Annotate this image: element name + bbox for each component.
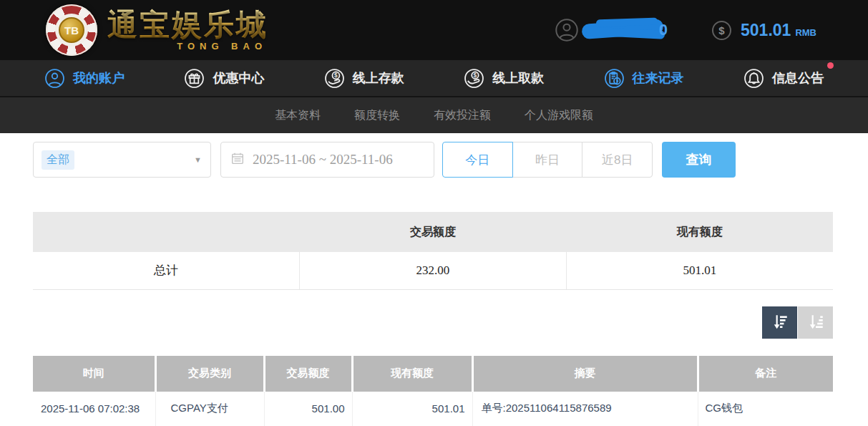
sub-nav: 基本资料 额度转换 有效投注额 个人游戏限额 — [0, 97, 868, 133]
record-summary: 单号:202511064115876589 — [472, 392, 698, 426]
record-type: CGPAY支付 — [155, 392, 264, 426]
chevron-down-icon: ▼ — [194, 155, 202, 164]
chip-label: TB — [59, 17, 84, 43]
casino-chip-icon: TB — [46, 4, 97, 56]
nav-label: 我的账户 — [73, 69, 125, 87]
nav-label: 线上存款 — [353, 69, 404, 87]
summary-header-blank — [33, 212, 300, 252]
summary-transaction-amount: 232.00 — [300, 252, 567, 289]
date-range-input[interactable]: 2025-11-06 ~ 2025-11-06 — [220, 142, 434, 178]
subnav-item-valid-bets[interactable]: 有效投注额 — [434, 108, 491, 123]
sort-descending-button[interactable] — [762, 306, 797, 339]
nav-item-announcements[interactable]: 信息公告 — [743, 68, 824, 89]
user-account-area[interactable]: 0 — [555, 18, 668, 42]
nav-item-deposit[interactable]: $ 线上存款 — [324, 68, 404, 89]
brand-title-en: TONG BAO — [177, 41, 267, 52]
nav-item-records[interactable]: 往来记录 — [604, 68, 684, 89]
content: 全部 ▼ 2025-11-06 ~ 2025-11-06 今日 昨日 近8日 查 — [0, 133, 868, 426]
dollar-icon: $ — [712, 21, 731, 40]
range-button-yesterday[interactable]: 昨日 — [512, 142, 583, 178]
nav-label: 线上取款 — [492, 69, 544, 87]
date-range-value: 2025-11-06 ~ 2025-11-06 — [253, 152, 393, 168]
gift-icon — [184, 68, 205, 89]
table-row: 2025-11-06 07:02:38 CGPAY支付 501.00 501.0… — [33, 392, 833, 426]
column-header-type[interactable]: 交易类别 — [155, 356, 264, 392]
calendar-icon — [231, 152, 244, 168]
quick-range-group: 今日 昨日 近8日 — [442, 142, 653, 178]
bell-icon — [743, 68, 764, 89]
withdraw-icon: $ — [464, 68, 484, 89]
column-header-time[interactable]: 时间 — [33, 356, 155, 392]
column-header-balance[interactable]: 现有额度 — [352, 356, 472, 392]
records-table: 时间 交易类别 交易额度 现有额度 摘要 备注 2025-11-06 07:02… — [33, 356, 833, 426]
sort-controls — [33, 306, 833, 339]
username-visible-tail: 0 — [659, 21, 668, 39]
query-button[interactable]: 查询 — [662, 142, 736, 178]
summary-total-row: 总计 232.00 501.01 — [33, 252, 833, 289]
top-header: TB 通宝娱乐城 TONG BAO 0 $ 501.01 RMB — [0, 0, 868, 60]
site-logo[interactable]: TB 通宝娱乐城 TONG BAO — [46, 4, 268, 56]
user-avatar-icon — [555, 18, 579, 42]
balance-currency: RMB — [795, 23, 816, 38]
subnav-item-game-limits[interactable]: 个人游戏限额 — [525, 108, 593, 123]
main-nav: 我的账户 优惠中心 $ 线上存款 — [0, 60, 868, 97]
sort-descending-icon — [771, 312, 789, 333]
summary-header-current-balance: 现有额度 — [566, 212, 833, 252]
column-header-summary[interactable]: 摘要 — [472, 356, 698, 392]
sort-ascending-button[interactable] — [798, 306, 833, 339]
balance-amount: 501.01 — [741, 21, 791, 40]
nav-item-promotions[interactable]: 优惠中心 — [184, 68, 264, 89]
range-button-last8days[interactable]: 近8日 — [582, 142, 653, 178]
summary-header-transaction-amount: 交易额度 — [300, 212, 567, 252]
summary-total-label: 总计 — [33, 252, 300, 289]
record-balance: 501.01 — [352, 392, 472, 426]
column-header-note[interactable]: 备注 — [698, 356, 833, 392]
summary-current-balance: 501.01 — [566, 252, 833, 289]
column-header-amount[interactable]: 交易额度 — [264, 356, 352, 392]
user-icon — [44, 68, 65, 89]
svg-text:$: $ — [334, 72, 338, 79]
record-note: CG钱包 — [698, 392, 833, 426]
nav-label: 信息公告 — [772, 69, 824, 87]
records-icon — [604, 68, 625, 89]
sort-ascending-icon — [806, 312, 825, 333]
range-button-today[interactable]: 今日 — [442, 142, 513, 178]
deposit-icon: $ — [324, 68, 345, 89]
nav-item-my-account[interactable]: 我的账户 — [44, 68, 125, 89]
summary-table: 交易额度 现有额度 总计 232.00 501.01 — [33, 212, 833, 290]
brand-title-cn: 通宝娱乐城 — [107, 9, 268, 42]
nav-label: 优惠中心 — [213, 69, 264, 87]
balance-area[interactable]: $ 501.01 RMB — [712, 21, 816, 40]
svg-text:$: $ — [474, 72, 477, 79]
record-time: 2025-11-06 07:02:38 — [33, 392, 155, 426]
subnav-item-profile[interactable]: 基本资料 — [275, 108, 321, 123]
subnav-item-quota-transfer[interactable]: 额度转换 — [354, 108, 400, 123]
logo-text: 通宝娱乐城 TONG BAO — [107, 9, 268, 52]
transaction-type-dropdown[interactable]: 全部 ▼ — [33, 142, 211, 178]
selected-type-chip: 全部 — [42, 150, 74, 170]
nav-label: 往来记录 — [633, 69, 684, 87]
filter-row: 全部 ▼ 2025-11-06 ~ 2025-11-06 今日 昨日 近8日 查 — [33, 142, 833, 178]
notification-dot — [827, 62, 834, 69]
nav-item-withdraw[interactable]: $ 线上取款 — [464, 68, 544, 89]
record-amount: 501.00 — [264, 392, 352, 426]
censored-username-scribble — [582, 18, 666, 42]
